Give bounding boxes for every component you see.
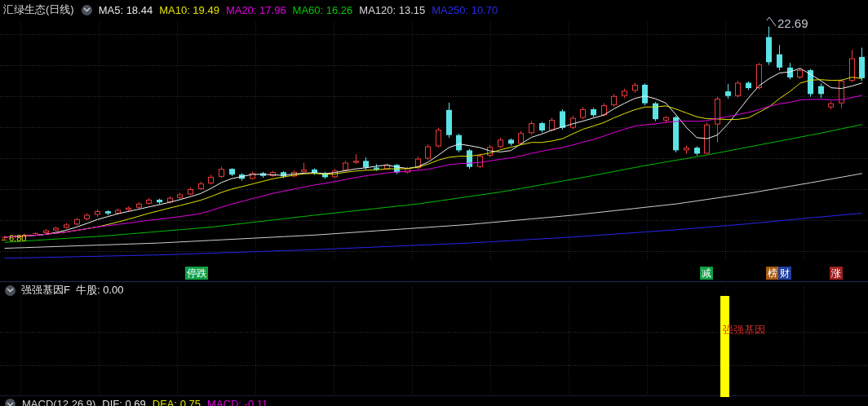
ma-value-MA20: MA20: 17.96 [226,4,286,16]
macd-value-DIF: DIF: 0.69 [102,398,145,406]
stock-app-window: { "header": { "title": "汇绿生态(日线)", "coll… [0,0,868,406]
signal-text-label: 强强基因 [723,323,765,338]
macd-indicator-name: MACD(12,26,9) [22,398,95,406]
high-price-value: 22.69 [777,16,808,30]
chevron-down-circle-icon[interactable] [82,5,92,15]
stock-title: 汇绿生态(日线) [3,2,74,17]
macd-panel-header: MACD(12,26,9) DIF: 0.69DEA: 0.75MACD: -0… [5,398,268,406]
stock-chart-canvas[interactable] [0,0,868,406]
ma-value-MA60: MA60: 16.26 [293,4,353,16]
main-chart-header: 汇绿生态(日线) MA5: 18.44MA10: 19.49MA20: 17.9… [3,2,498,17]
macd-value-DEA: DEA: 0.75 [153,398,201,406]
signal-panel-title: 强强基因F [21,283,70,298]
high-price-annotation: 22.69 [766,16,808,30]
macd-values: DIF: 0.69DEA: 0.75MACD: -0.11 [102,398,268,406]
ma-values: MA5: 18.44MA10: 19.49MA20: 17.96MA60: 16… [99,4,498,16]
hook-arrow-icon [766,16,777,28]
event-marker-badge: 停跌 [185,267,208,280]
event-marker-badge: 减 [700,267,713,280]
ma-value-MA5: MA5: 18.44 [99,4,153,16]
ma-value-MA10: MA10: 19.49 [159,4,219,16]
event-marker-badge: 财 [778,267,791,280]
ma-value-MA250: MA250: 10.70 [432,4,498,16]
macd-value-MACD: MACD: -0.11 [207,398,268,406]
ma-value-MA120: MA120: 13.15 [359,4,425,16]
signal-panel-header: 强强基因F 牛股: 0.00 [5,283,123,298]
signal-panel-value: 牛股: 0.00 [76,283,124,298]
chevron-down-circle-icon[interactable] [5,399,16,406]
event-marker-badge: 涨 [830,267,843,280]
chevron-down-circle-icon[interactable] [5,285,16,296]
event-marker-badge: 榜 [766,267,779,280]
base-price-annotation: ←6.80 [0,233,26,243]
